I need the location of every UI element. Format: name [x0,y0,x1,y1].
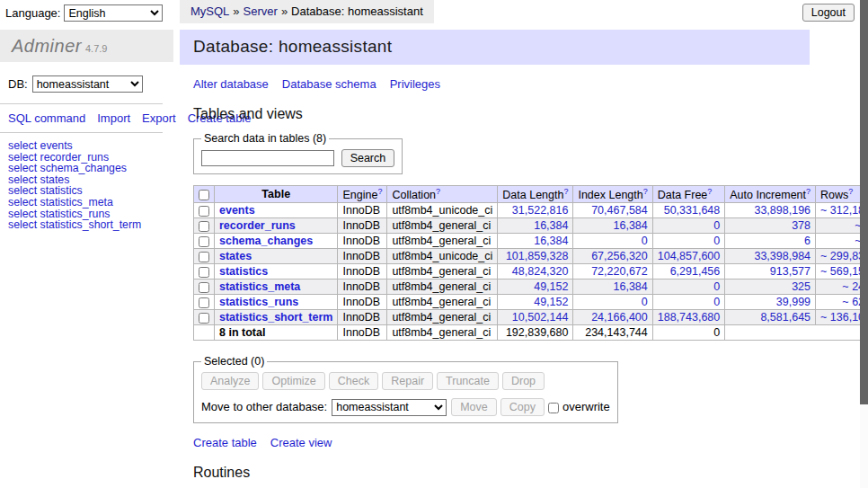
table-name-link[interactable]: events [219,204,255,217]
action-link[interactable]: Database schema [282,77,376,91]
cell-data-free[interactable]: 104,857,600 [652,249,725,264]
row-checkbox-cell [194,279,215,295]
cell-index-length[interactable]: 0 [573,234,652,249]
column-header: Table [215,186,338,203]
table-name-link[interactable]: statistics_runs [219,296,298,308]
cell-index-length[interactable]: 16,384 [573,279,652,295]
table-row: schema_changesInnoDButf8mb4_general_ci16… [194,234,868,249]
cell-index-length[interactable]: 16,384 [573,218,652,234]
column-help-link[interactable]: ? [707,187,712,196]
table-row: statesInnoDButf8mb4_unicode_ci101,859,32… [194,249,868,264]
breadcrumb-link-mysql[interactable]: MySQL [190,4,229,18]
row-checkbox[interactable] [199,236,209,247]
cell-data-length[interactable]: 49,152 [498,295,573,310]
cell-data-length[interactable]: 49,152 [498,279,573,295]
db-select[interactable]: homeassistant [32,75,143,93]
cell-data-length[interactable]: 16,384 [498,218,573,234]
row-checkbox[interactable] [199,313,209,324]
table-name-link[interactable]: schema_changes [219,235,313,247]
cell-data-free[interactable]: 50,331,648 [652,203,725,218]
cell-data-free[interactable]: 0 [652,218,725,234]
action-link[interactable]: Alter database [193,77,269,91]
sidebar-action-link[interactable]: SQL command [8,111,85,125]
cell-auto-increment[interactable]: 33,398,984 [725,249,816,264]
logout-button[interactable]: Logout [802,4,855,22]
row-checkbox[interactable] [199,267,209,278]
check-button[interactable]: Check [329,372,378,390]
database-action-links: Alter databaseDatabase schemaPrivileges [193,77,810,91]
total-void-cell [725,325,868,341]
cell-auto-increment[interactable]: 33,898,196 [725,203,816,218]
action-link[interactable]: Create table [193,436,257,449]
row-checkbox[interactable] [199,206,209,217]
scrollbar-thumb[interactable] [860,0,868,404]
drop-button[interactable]: Drop [502,372,545,390]
cell-index-length[interactable]: 24,166,400 [573,310,652,325]
column-help-link[interactable]: ? [806,187,810,196]
move-label: Move to other database: [201,400,327,413]
cell-index-length[interactable]: 67,256,320 [573,249,652,264]
table-name-link[interactable]: states [219,250,252,262]
cell-auto-increment[interactable]: 325 [725,279,816,295]
cell-data-free[interactable]: 0 [652,295,725,310]
cell-index-length[interactable]: 70,467,584 [573,203,652,218]
table-name-link[interactable]: recorder_runs [219,219,296,232]
overwrite-checkbox[interactable] [548,403,559,413]
table-name-link[interactable]: statistics_short_term [219,311,332,324]
sidebar-select-link[interactable]: select statistics_meta [8,197,173,209]
cell-auto-increment[interactable]: 913,577 [725,264,816,279]
cell-data-length[interactable]: 31,522,816 [498,203,573,218]
language-label: Language: [5,6,60,20]
row-checkbox[interactable] [199,282,209,293]
column-help-link[interactable]: ? [643,187,648,196]
row-checkbox[interactable] [199,252,209,262]
sidebar-select-link[interactable]: select events [8,140,173,152]
cell-index-length[interactable]: 0 [573,295,652,310]
search-input[interactable] [201,150,334,166]
cell-engine: InnoDB [338,264,387,279]
action-link[interactable]: Create view [270,436,332,449]
cell-data-length[interactable]: 10,502,144 [498,310,573,325]
vertical-scrollbar[interactable] [860,0,868,488]
column-help-link[interactable]: ? [436,187,440,196]
breadcrumb: MySQL»Server»Database: homeassistant [180,0,434,23]
cell-data-free[interactable]: 188,743,680 [652,310,725,325]
truncate-button[interactable]: Truncate [437,372,499,390]
sidebar-select-link[interactable]: select schema_changes [8,163,173,174]
column-help-link[interactable]: ? [563,187,568,196]
row-checkbox[interactable] [199,221,209,232]
action-link[interactable]: Privileges [390,77,440,91]
sidebar-action-link[interactable]: Export [142,111,176,125]
table-name-link[interactable]: statistics [219,265,268,278]
sidebar-select-link[interactable]: select statistics_short_term [8,219,173,231]
cell-data-free[interactable]: 0 [652,234,725,249]
overwrite-label[interactable]: overwrite [562,400,610,413]
table-name-link[interactable]: statistics_meta [219,280,300,293]
row-checkbox-cell [194,234,215,249]
cell-index-length[interactable]: 72,220,672 [573,264,652,279]
copy-button[interactable]: Copy [500,398,545,416]
cell-auto-increment[interactable]: 6 [725,234,816,249]
breadcrumb-link-server[interactable]: Server [244,4,278,18]
select-all-checkbox[interactable] [199,190,209,200]
analyze-button[interactable]: Analyze [201,372,259,390]
row-checkbox[interactable] [199,297,209,308]
search-button[interactable]: Search [341,149,395,167]
repair-button[interactable]: Repair [382,372,433,390]
cell-auto-increment[interactable]: 378 [725,218,816,234]
column-help-link[interactable]: ? [848,187,853,196]
cell-auto-increment[interactable]: 8,581,645 [725,310,816,325]
language-select[interactable]: English [64,4,163,22]
move-db-select[interactable]: homeassistant [332,399,447,416]
column-help-link[interactable]: ? [377,187,382,196]
optimize-button[interactable]: Optimize [262,372,324,390]
cell-auto-increment[interactable]: 39,999 [725,295,816,310]
cell-collation: utf8mb4_unicode_ci [387,203,498,218]
move-button[interactable]: Move [451,398,497,416]
cell-data-length[interactable]: 101,859,328 [498,249,573,264]
cell-data-free[interactable]: 6,291,456 [652,264,725,279]
cell-data-free[interactable]: 0 [652,279,725,295]
sidebar-action-link[interactable]: Import [97,111,130,125]
cell-data-length[interactable]: 16,384 [498,234,573,249]
cell-data-length[interactable]: 48,824,320 [498,264,573,279]
